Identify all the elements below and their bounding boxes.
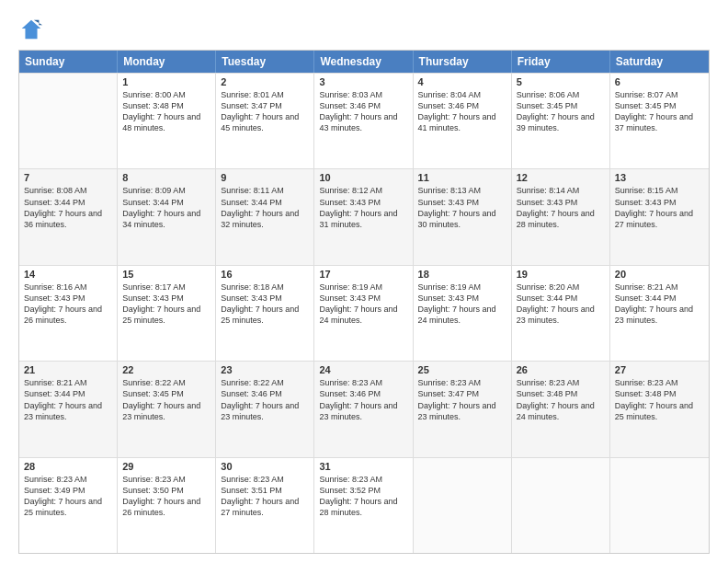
logo <box>18 17 48 42</box>
cell-info-3: Sunrise: 8:03 AM Sunset: 3:46 PM Dayligh… <box>319 89 407 134</box>
cell-info-11: Sunrise: 8:13 AM Sunset: 3:43 PM Dayligh… <box>418 185 506 230</box>
cal-cell-12: 12Sunrise: 8:14 AM Sunset: 3:43 PM Dayli… <box>512 169 610 264</box>
cell-info-16: Sunrise: 8:18 AM Sunset: 3:43 PM Dayligh… <box>221 282 309 327</box>
day-number-5: 5 <box>517 76 605 87</box>
top-area <box>18 17 710 42</box>
cal-cell-2: 2Sunrise: 8:01 AM Sunset: 3:47 PM Daylig… <box>216 74 314 168</box>
cal-cell-26: 26Sunrise: 8:23 AM Sunset: 3:48 PM Dayli… <box>512 362 610 456</box>
day-number-19: 19 <box>517 269 605 280</box>
cell-info-20: Sunrise: 8:21 AM Sunset: 3:44 PM Dayligh… <box>615 282 704 327</box>
cal-cell-22: 22Sunrise: 8:22 AM Sunset: 3:45 PM Dayli… <box>118 362 216 456</box>
day-number-28: 28 <box>24 461 112 472</box>
cal-cell-11: 11Sunrise: 8:13 AM Sunset: 3:43 PM Dayli… <box>414 169 512 264</box>
calendar-row-1: 7Sunrise: 8:08 AM Sunset: 3:44 PM Daylig… <box>19 168 709 264</box>
cell-info-28: Sunrise: 8:23 AM Sunset: 3:49 PM Dayligh… <box>24 474 112 519</box>
cell-info-18: Sunrise: 8:19 AM Sunset: 3:43 PM Dayligh… <box>418 282 506 327</box>
day-number-23: 23 <box>221 364 309 375</box>
calendar-row-2: 14Sunrise: 8:16 AM Sunset: 3:43 PM Dayli… <box>19 265 709 361</box>
cal-cell-empty-4-6 <box>610 458 709 553</box>
cell-info-31: Sunrise: 8:23 AM Sunset: 3:52 PM Dayligh… <box>319 474 407 519</box>
calendar-row-4: 28Sunrise: 8:23 AM Sunset: 3:49 PM Dayli… <box>19 457 709 553</box>
calendar: SundayMondayTuesdayWednesdayThursdayFrid… <box>18 50 710 554</box>
cell-info-26: Sunrise: 8:23 AM Sunset: 3:48 PM Dayligh… <box>517 377 605 422</box>
day-number-25: 25 <box>418 364 506 375</box>
weekday-header-monday: Monday <box>118 51 216 73</box>
day-number-6: 6 <box>615 76 704 87</box>
cell-info-6: Sunrise: 8:07 AM Sunset: 3:45 PM Dayligh… <box>615 89 704 134</box>
cal-cell-28: 28Sunrise: 8:23 AM Sunset: 3:49 PM Dayli… <box>19 458 118 553</box>
cal-cell-18: 18Sunrise: 8:19 AM Sunset: 3:43 PM Dayli… <box>414 266 512 361</box>
weekday-header-wednesday: Wednesday <box>314 51 413 73</box>
cell-info-21: Sunrise: 8:21 AM Sunset: 3:44 PM Dayligh… <box>24 377 112 422</box>
svg-marker-0 <box>22 20 41 40</box>
cal-cell-7: 7Sunrise: 8:08 AM Sunset: 3:44 PM Daylig… <box>19 169 118 264</box>
cell-info-22: Sunrise: 8:22 AM Sunset: 3:45 PM Dayligh… <box>122 377 210 422</box>
day-number-2: 2 <box>221 76 309 87</box>
day-number-22: 22 <box>122 364 210 375</box>
cal-cell-13: 13Sunrise: 8:15 AM Sunset: 3:43 PM Dayli… <box>610 169 709 264</box>
cell-info-8: Sunrise: 8:09 AM Sunset: 3:44 PM Dayligh… <box>122 185 210 230</box>
cal-cell-30: 30Sunrise: 8:23 AM Sunset: 3:51 PM Dayli… <box>216 458 314 553</box>
day-number-26: 26 <box>517 364 605 375</box>
cal-cell-10: 10Sunrise: 8:12 AM Sunset: 3:43 PM Dayli… <box>314 169 413 264</box>
cal-cell-15: 15Sunrise: 8:17 AM Sunset: 3:43 PM Dayli… <box>118 266 216 361</box>
cal-cell-21: 21Sunrise: 8:21 AM Sunset: 3:44 PM Dayli… <box>19 362 118 456</box>
cell-info-29: Sunrise: 8:23 AM Sunset: 3:50 PM Dayligh… <box>122 474 210 519</box>
day-number-30: 30 <box>221 461 309 472</box>
cell-info-14: Sunrise: 8:16 AM Sunset: 3:43 PM Dayligh… <box>24 282 112 327</box>
cell-info-2: Sunrise: 8:01 AM Sunset: 3:47 PM Dayligh… <box>221 89 309 134</box>
weekday-header-saturday: Saturday <box>610 51 709 73</box>
day-number-15: 15 <box>122 269 210 280</box>
cell-info-17: Sunrise: 8:19 AM Sunset: 3:43 PM Dayligh… <box>319 282 407 327</box>
cal-cell-25: 25Sunrise: 8:23 AM Sunset: 3:47 PM Dayli… <box>414 362 512 456</box>
day-number-27: 27 <box>615 364 704 375</box>
calendar-row-3: 21Sunrise: 8:21 AM Sunset: 3:44 PM Dayli… <box>19 361 709 456</box>
cal-cell-empty-4-4 <box>414 458 512 553</box>
cal-cell-29: 29Sunrise: 8:23 AM Sunset: 3:50 PM Dayli… <box>118 458 216 553</box>
cal-cell-23: 23Sunrise: 8:22 AM Sunset: 3:46 PM Dayli… <box>216 362 314 456</box>
page: SundayMondayTuesdayWednesdayThursdayFrid… <box>0 0 728 563</box>
calendar-row-0: 1Sunrise: 8:00 AM Sunset: 3:48 PM Daylig… <box>19 73 709 168</box>
cell-info-12: Sunrise: 8:14 AM Sunset: 3:43 PM Dayligh… <box>517 185 605 230</box>
day-number-20: 20 <box>615 269 704 280</box>
cal-cell-8: 8Sunrise: 8:09 AM Sunset: 3:44 PM Daylig… <box>118 169 216 264</box>
cell-info-24: Sunrise: 8:23 AM Sunset: 3:46 PM Dayligh… <box>319 377 407 422</box>
cal-cell-4: 4Sunrise: 8:04 AM Sunset: 3:46 PM Daylig… <box>414 74 512 168</box>
day-number-12: 12 <box>517 172 605 183</box>
cal-cell-empty-0-0 <box>19 74 118 168</box>
cal-cell-17: 17Sunrise: 8:19 AM Sunset: 3:43 PM Dayli… <box>314 266 413 361</box>
cal-cell-20: 20Sunrise: 8:21 AM Sunset: 3:44 PM Dayli… <box>610 266 709 361</box>
cal-cell-1: 1Sunrise: 8:00 AM Sunset: 3:48 PM Daylig… <box>118 74 216 168</box>
cal-cell-14: 14Sunrise: 8:16 AM Sunset: 3:43 PM Dayli… <box>19 266 118 361</box>
cal-cell-27: 27Sunrise: 8:23 AM Sunset: 3:48 PM Dayli… <box>610 362 709 456</box>
day-number-3: 3 <box>319 76 407 87</box>
day-number-18: 18 <box>418 269 506 280</box>
weekday-header-thursday: Thursday <box>414 51 512 73</box>
cal-cell-16: 16Sunrise: 8:18 AM Sunset: 3:43 PM Dayli… <box>216 266 314 361</box>
weekday-header-sunday: Sunday <box>19 51 118 73</box>
logo-icon <box>18 17 44 42</box>
day-number-14: 14 <box>24 269 112 280</box>
cell-info-19: Sunrise: 8:20 AM Sunset: 3:44 PM Dayligh… <box>517 282 605 327</box>
cell-info-10: Sunrise: 8:12 AM Sunset: 3:43 PM Dayligh… <box>319 185 407 230</box>
cell-info-7: Sunrise: 8:08 AM Sunset: 3:44 PM Dayligh… <box>24 185 112 230</box>
cal-cell-19: 19Sunrise: 8:20 AM Sunset: 3:44 PM Dayli… <box>512 266 610 361</box>
day-number-31: 31 <box>319 461 407 472</box>
cell-info-13: Sunrise: 8:15 AM Sunset: 3:43 PM Dayligh… <box>615 185 704 230</box>
day-number-11: 11 <box>418 172 506 183</box>
day-number-10: 10 <box>319 172 407 183</box>
cell-info-9: Sunrise: 8:11 AM Sunset: 3:44 PM Dayligh… <box>221 185 309 230</box>
weekday-header-friday: Friday <box>512 51 610 73</box>
day-number-7: 7 <box>24 172 112 183</box>
day-number-24: 24 <box>319 364 407 375</box>
cell-info-23: Sunrise: 8:22 AM Sunset: 3:46 PM Dayligh… <box>221 377 309 422</box>
day-number-13: 13 <box>615 172 704 183</box>
cell-info-25: Sunrise: 8:23 AM Sunset: 3:47 PM Dayligh… <box>418 377 506 422</box>
cell-info-30: Sunrise: 8:23 AM Sunset: 3:51 PM Dayligh… <box>221 474 309 519</box>
day-number-8: 8 <box>122 172 210 183</box>
day-number-17: 17 <box>319 269 407 280</box>
day-number-21: 21 <box>24 364 112 375</box>
day-number-16: 16 <box>221 269 309 280</box>
cell-info-15: Sunrise: 8:17 AM Sunset: 3:43 PM Dayligh… <box>122 282 210 327</box>
weekday-header-tuesday: Tuesday <box>216 51 314 73</box>
